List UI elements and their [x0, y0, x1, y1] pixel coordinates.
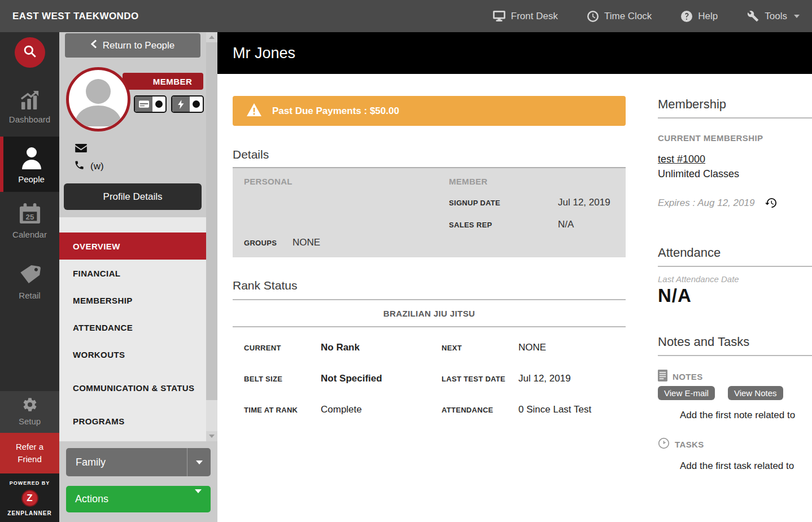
next-rank-label: NEXT	[430, 344, 518, 352]
current-rank-label: CURRENT	[233, 344, 321, 352]
billing-status-dot	[152, 96, 165, 112]
sidebar-item-dashboard-label: Dashboard	[9, 115, 50, 124]
rank-status-grid: CURRENT No Rank NEXT NONE BELT SIZE Not …	[233, 327, 626, 435]
zenplanner-logo-letter: Z	[27, 493, 32, 504]
nav-tools[interactable]: Tools	[747, 10, 800, 22]
tab-overview[interactable]: OVERVIEW	[59, 233, 206, 260]
profile-details-label: Profile Details	[103, 191, 163, 203]
zenplanner-logo-icon[interactable]: Z	[21, 490, 38, 507]
return-to-people-button[interactable]: Return to People	[65, 33, 200, 58]
brand-title: EAST WEST TAEKWONDO	[12, 11, 139, 22]
profile-details-button[interactable]: Profile Details	[64, 183, 202, 210]
nav-front-desk-label: Front Desk	[511, 11, 558, 22]
person-silhouette-icon	[69, 72, 128, 129]
view-email-button[interactable]: View E-mail	[658, 386, 715, 400]
rank-row-time: TIME AT RANK Complete ATTENDANCE 0 Since…	[233, 404, 626, 435]
powered-by-block: POWERED BY Z ZENPLANNER	[0, 473, 59, 522]
icon-sidebar: Dashboard People 25 Calendar Retail	[0, 32, 59, 522]
scrollbar-thumb[interactable]	[206, 42, 217, 400]
refer-a-friend-button[interactable]: Refer a Friend	[0, 433, 59, 473]
sidebar-item-calendar-label: Calendar	[12, 230, 47, 239]
svg-text:25: 25	[25, 213, 34, 221]
right-panel: Membership CURRENT MEMBERSHIP test #1000…	[658, 96, 812, 522]
tab-programs[interactable]: PROGRAMS	[59, 407, 206, 435]
actions-dropdown-label: Actions	[75, 493, 108, 505]
nav-front-desk[interactable]: Front Desk	[493, 11, 558, 22]
autopay-status-dot	[190, 96, 203, 112]
powered-by-label: POWERED BY	[0, 480, 59, 486]
rank-row-current: CURRENT No Rank NEXT NONE	[233, 342, 626, 373]
sidebar-item-dashboard[interactable]: Dashboard	[0, 82, 59, 131]
sidebar-spacer	[0, 307, 59, 391]
profile-nav: OVERVIEW FINANCIAL MEMBERSHIP ATTENDANCE…	[59, 217, 206, 441]
profile-sidebar: Return to People MEMBER	[59, 32, 217, 522]
nav-time-clock-label: Time Clock	[604, 11, 652, 22]
groups-label: GROUPS	[244, 239, 293, 247]
tasks-empty-text: Add the first task related to	[658, 460, 812, 472]
scroll-up-icon	[209, 36, 215, 39]
gear-icon	[22, 397, 38, 414]
email-row[interactable]	[75, 144, 87, 155]
scrollbar-up-button[interactable]	[206, 32, 217, 42]
last-test-date-label: LAST TEST DATE	[430, 375, 518, 383]
view-notes-button[interactable]: View Notes	[728, 386, 783, 400]
actions-dropdown[interactable]: Actions	[66, 486, 211, 512]
family-dropdown-caret[interactable]	[187, 448, 211, 476]
avatar[interactable]	[66, 67, 130, 131]
profile-card: Return to People MEMBER	[59, 32, 206, 210]
app-window: EAST WEST TAEKWONDO Front Desk Time Cloc…	[0, 0, 812, 522]
tasks-header-row: TASKS	[658, 437, 812, 451]
membership-type: Unlimited Classes	[658, 168, 812, 180]
phone-icon	[74, 160, 85, 173]
refer-a-friend-line1: Refer a	[3, 441, 56, 453]
details-section-heading: Details	[233, 148, 626, 161]
phone-row[interactable]: (w)	[74, 160, 104, 173]
lightning-icon	[172, 96, 190, 112]
membership-name-link[interactable]: test #1000	[658, 153, 705, 165]
nav-help-label: Help	[698, 11, 718, 22]
chevron-down-icon	[196, 460, 203, 464]
wrench-icon	[747, 10, 759, 22]
membership-expires-row: Expires : Aug 12, 2019	[658, 196, 812, 209]
phone-type-label: (w)	[90, 161, 104, 172]
sidebar-item-setup[interactable]: Setup	[0, 391, 59, 433]
top-bar: EAST WEST TAEKWONDO Front Desk Time Cloc…	[0, 0, 812, 32]
sidebar-item-calendar[interactable]: 25 Calendar	[0, 195, 59, 246]
autopay-status-badge[interactable]	[171, 95, 204, 113]
tab-workouts[interactable]: WORKOUTS	[59, 341, 206, 368]
current-membership-heading: CURRENT MEMBERSHIP	[658, 133, 812, 143]
nav-help[interactable]: Help	[681, 11, 718, 22]
rank-row-belt: BELT SIZE Not Specified LAST TEST DATE J…	[233, 373, 626, 404]
family-dropdown[interactable]: Family	[66, 448, 211, 476]
history-icon[interactable]	[765, 196, 778, 209]
scrollbar-down-button[interactable]	[206, 431, 217, 441]
tab-financial[interactable]: FINANCIAL	[59, 260, 206, 287]
sidebar-item-retail[interactable]: Retail	[0, 256, 59, 307]
profile-sidebar-scroll-region: Return to People MEMBER	[59, 32, 217, 441]
current-rank-value: No Rank	[321, 342, 430, 353]
details-box: PERSONAL MEMBER SIGNUP DATE Jul 12, 2019…	[233, 167, 626, 257]
nav-time-clock[interactable]: Time Clock	[587, 11, 652, 22]
belt-size-value: Not Specified	[321, 373, 430, 384]
rank-attendance-value: 0 Since Last Test	[518, 404, 591, 415]
last-attendance-label: Last Attendance Date	[658, 274, 812, 284]
family-dropdown-label: Family	[66, 448, 187, 476]
billing-status-badge[interactable]	[134, 95, 167, 113]
past-due-alert[interactable]: Past Due Payments : $50.00	[233, 96, 626, 126]
status-toggles	[134, 95, 204, 113]
notes-buttons: View E-mail View Notes	[658, 386, 812, 400]
tab-membership[interactable]: MEMBERSHIP	[59, 287, 206, 314]
warning-icon	[247, 103, 261, 119]
last-attendance-value: N/A	[658, 285, 812, 306]
next-rank-value: NONE	[518, 342, 546, 353]
search-button[interactable]	[15, 37, 45, 68]
scrollbar-track[interactable]	[206, 42, 217, 431]
scroll-down-icon	[209, 435, 215, 438]
credit-card-icon	[135, 96, 152, 112]
return-to-people-label: Return to People	[103, 40, 175, 51]
program-name: BRAZILIAN JIU JITSU	[233, 300, 626, 326]
tab-attendance[interactable]: ATTENDANCE	[59, 314, 206, 341]
main-area: Mr Jones Past Due Payments : $50.00 Deta…	[217, 32, 812, 522]
sidebar-item-people[interactable]: People	[0, 137, 59, 192]
tab-communication-status[interactable]: COMMUNICATION & STATUS	[59, 368, 206, 407]
